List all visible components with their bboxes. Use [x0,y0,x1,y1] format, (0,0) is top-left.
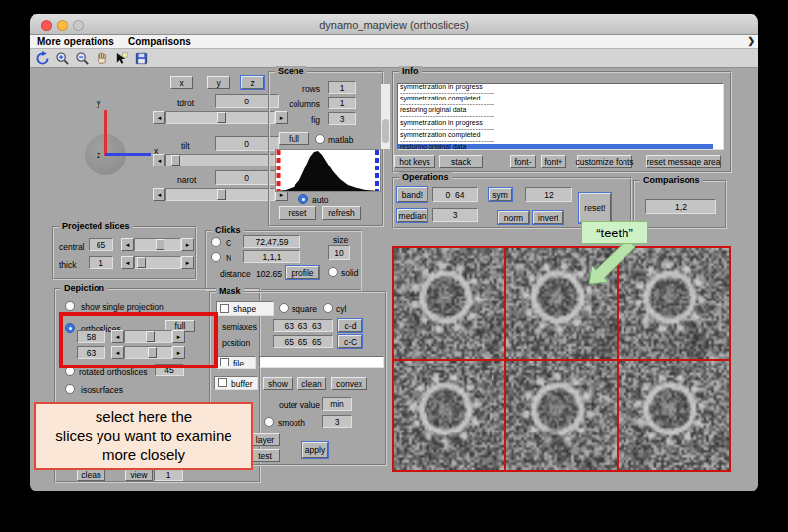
scene-refresh-button[interactable]: refresh [322,206,361,220]
save-icon[interactable] [134,51,149,66]
mask-apply-button[interactable]: apply [302,442,328,458]
size-field[interactable]: 10 [328,245,350,260]
mask-show-button[interactable]: show [263,377,293,390]
orthoslice-image-2[interactable] [506,248,617,359]
slider-track[interactable] [165,154,275,166]
distance-label: distance [220,269,251,279]
scene-reset-button[interactable]: reset [279,206,316,220]
slider-track[interactable] [134,238,181,251]
fig-field[interactable]: 3 [328,112,356,125]
thick-slider[interactable]: ◂ ▸ [121,256,194,269]
band-field[interactable]: 0 64 [432,187,478,202]
smooth-field[interactable]: 3 [322,415,352,428]
slider-thumb[interactable] [171,155,180,166]
scrollbar-thumb[interactable] [382,119,389,143]
sym-button[interactable]: sym [489,188,512,201]
shape-checkbox[interactable] [220,304,229,313]
slider-left-arrow[interactable]: ◂ [153,188,165,201]
scene-full-button[interactable]: full [279,132,309,145]
info-message[interactable]: restoring original data [398,144,713,150]
buffer-checkbox[interactable] [218,378,227,387]
depiction-view-field[interactable]: 1 [154,469,183,481]
smooth-radio[interactable] [264,417,274,427]
axis-z-button[interactable]: z [241,76,264,89]
orthoslice-image-4[interactable] [394,361,504,471]
zoom-out-icon[interactable] [75,51,90,66]
stack-button[interactable]: stack [439,155,483,168]
n-field[interactable]: 1,1,1 [243,250,300,263]
slider-track[interactable] [165,188,275,201]
slider-thumb[interactable] [137,257,146,268]
orthoslice-image-3[interactable] [619,248,729,359]
zoom-in-icon[interactable] [55,51,70,66]
info-listbox[interactable]: symmetrization in progress--------------… [397,83,724,150]
mask-convex-button[interactable]: convex [331,377,367,390]
customize-fonts-button[interactable]: customize fonts [577,155,632,168]
auto-radio[interactable] [298,194,308,204]
pan-hand-icon[interactable] [95,51,109,66]
thick-field[interactable]: 1 [89,256,113,269]
menu-overflow-icon[interactable]: ❯ [747,36,755,46]
slider-left-arrow[interactable]: ◂ [121,238,134,251]
hot-keys-button[interactable]: hot keys [394,155,435,168]
slider-thumb[interactable] [156,239,164,250]
show-single-projection-radio[interactable] [65,301,75,311]
file-path-field[interactable] [259,356,384,368]
square-radio[interactable] [279,303,289,313]
info-scrollbar[interactable] [381,84,390,149]
cC-button[interactable]: c-C [338,335,362,348]
profile-button[interactable]: profile [286,266,319,279]
reset-message-area-button[interactable]: reset message area [646,155,721,168]
cyl-radio[interactable] [323,303,333,313]
semiaxes-field[interactable]: 63 63 63 [273,319,333,332]
orthoslice-image-1[interactable] [394,248,504,359]
axis-y-button[interactable]: y [207,76,230,89]
slider-left-arrow[interactable]: ◂ [121,256,134,269]
file-checkbox[interactable] [220,358,229,366]
slider-right-arrow[interactable]: ▸ [181,256,194,269]
orthoslice-image-5[interactable] [506,361,617,471]
slider-left-arrow[interactable]: ◂ [153,154,165,166]
median-button[interactable]: median [397,209,427,222]
mask-layer-button[interactable]: layer [250,433,280,446]
menu-more-operations[interactable]: More operations [37,36,114,47]
rows-field[interactable]: 1 [328,81,356,94]
depiction-clean-button[interactable]: clean [77,469,105,481]
slider-track[interactable] [165,111,275,124]
comparisons-field[interactable]: 1,2 [645,199,716,214]
cd-button[interactable]: c-d [338,319,362,332]
menu-comparisons[interactable]: Comparisons [128,36,191,47]
central-field[interactable]: 65 [89,238,113,251]
columns-field[interactable]: 1 [328,97,356,109]
slider-thumb[interactable] [217,189,226,200]
histogram[interactable] [275,149,381,192]
invert-button[interactable]: invert [533,211,563,224]
mask-test-button[interactable]: test [250,449,280,462]
slider-track[interactable] [134,256,181,269]
c-radio[interactable] [211,237,221,247]
isosurfaces-radio[interactable] [65,384,75,394]
band-button[interactable]: band! [397,187,427,202]
orthoslice-image-6[interactable] [619,361,729,471]
axis-x-button[interactable]: x [170,76,193,89]
slider-left-arrow[interactable]: ◂ [153,111,165,124]
sym-field[interactable]: 12 [525,187,572,202]
font-minus-button[interactable]: font- [510,155,536,168]
matlab-radio[interactable] [315,134,325,144]
slider-thumb[interactable] [217,112,226,123]
position-field[interactable]: 65 65 65 [273,335,333,348]
font-plus-button[interactable]: font+ [541,155,566,168]
mask-clean-button[interactable]: clean [297,377,326,390]
norm-button[interactable]: norm [498,211,529,224]
c-field[interactable]: 72,47,59 [243,235,300,248]
solid-radio[interactable] [328,267,338,277]
depiction-view-button[interactable]: view [125,469,153,481]
data-cursor-icon[interactable] [114,51,129,66]
outer-value-field[interactable]: min [322,397,352,411]
median-field[interactable]: 3 [432,208,478,222]
central-slider[interactable]: ◂ ▸ [121,238,194,251]
slider-right-arrow[interactable]: ▸ [181,238,194,251]
operations-reset-button[interactable]: reset! [579,193,611,223]
n-radio[interactable] [211,252,221,262]
rotate-3d-icon[interactable] [35,51,50,66]
